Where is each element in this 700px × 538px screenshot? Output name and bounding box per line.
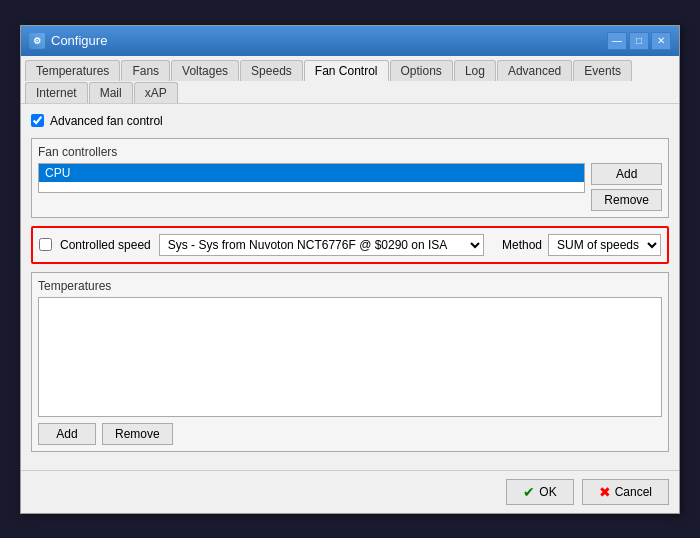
ok-icon: ✔ [523,484,535,500]
tab-voltages[interactable]: Voltages [171,60,239,81]
ok-label: OK [539,485,556,499]
cancel-label: Cancel [615,485,652,499]
title-buttons: — □ ✕ [607,32,671,50]
temperatures-list[interactable] [38,297,662,417]
tab-mail[interactable]: Mail [89,82,133,103]
controlled-speed-row: Controlled speed Sys - Sys from Nuvoton … [31,226,669,264]
tab-events[interactable]: Events [573,60,632,81]
method-label: Method [502,238,542,252]
advanced-fan-control-row: Advanced fan control [31,114,669,128]
fan-controllers-list[interactable]: CPU [38,163,585,193]
tab-internet[interactable]: Internet [25,82,88,103]
method-select[interactable]: SUM of speeds MAX of speeds MIN of speed… [548,234,661,256]
tab-options[interactable]: Options [390,60,453,81]
maximize-button[interactable]: □ [629,32,649,50]
fan-controllers-buttons: Add Remove [591,163,662,211]
add-fan-button[interactable]: Add [591,163,662,185]
configure-window: ⚙ Configure — □ ✕ Temperatures Fans Volt… [20,25,680,514]
minimize-button[interactable]: — [607,32,627,50]
tab-temperatures[interactable]: Temperatures [25,60,120,81]
temperatures-buttons: Add Remove [38,423,662,445]
ok-button[interactable]: ✔ OK [506,479,573,505]
method-area: Method SUM of speeds MAX of speeds MIN o… [502,234,661,256]
cancel-button[interactable]: ✖ Cancel [582,479,669,505]
remove-temp-button[interactable]: Remove [102,423,173,445]
footer: ✔ OK ✖ Cancel [21,470,679,513]
close-button[interactable]: ✕ [651,32,671,50]
temperatures-group: Temperatures Add Remove [31,272,669,452]
add-temp-button[interactable]: Add [38,423,96,445]
controlled-speed-select[interactable]: Sys - Sys from Nuvoton NCT6776F @ $0290 … [159,234,484,256]
title-bar-left: ⚙ Configure [29,33,107,49]
fan-list-area: CPU Add Remove [38,163,662,211]
fan-list-item[interactable]: CPU [39,164,584,182]
tab-fans[interactable]: Fans [121,60,170,81]
tab-fan-control[interactable]: Fan Control [304,60,389,81]
controlled-speed-label: Controlled speed [60,238,151,252]
tab-speeds[interactable]: Speeds [240,60,303,81]
remove-fan-button[interactable]: Remove [591,189,662,211]
main-content: Advanced fan control Fan controllers CPU… [21,104,679,470]
tabs-bar: Temperatures Fans Voltages Speeds Fan Co… [21,56,679,104]
tab-advanced[interactable]: Advanced [497,60,572,81]
controlled-speed-checkbox[interactable] [39,238,52,251]
advanced-fan-control-checkbox[interactable] [31,114,44,127]
advanced-fan-control-label: Advanced fan control [50,114,163,128]
window-icon: ⚙ [29,33,45,49]
fan-controllers-group: Fan controllers CPU Add Remove [31,138,669,218]
title-bar: ⚙ Configure — □ ✕ [21,26,679,56]
tab-xap[interactable]: xAP [134,82,178,103]
window-title: Configure [51,33,107,48]
temperatures-label: Temperatures [38,279,662,293]
fan-controllers-label: Fan controllers [38,145,662,159]
tab-log[interactable]: Log [454,60,496,81]
cancel-icon: ✖ [599,484,611,500]
